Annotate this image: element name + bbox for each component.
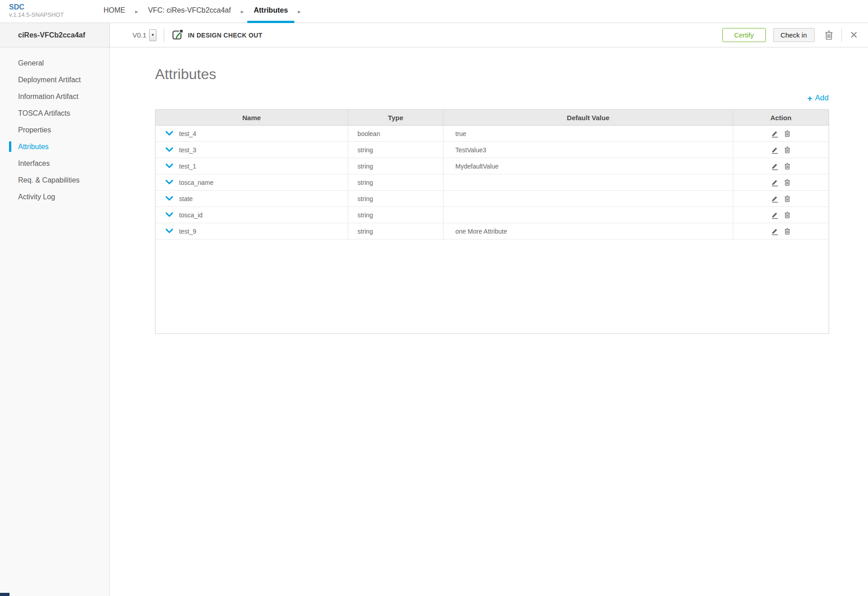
tab-home[interactable]: HOME xyxy=(97,0,132,23)
version-label: V0.1 xyxy=(132,31,146,39)
attribute-name: test_9 xyxy=(179,228,196,235)
pencil-icon xyxy=(771,130,778,138)
expand-chevron-down-icon[interactable] xyxy=(165,212,173,217)
attribute-name: state xyxy=(179,195,193,202)
delete-attribute-button[interactable] xyxy=(783,227,791,235)
sidebar-item-tosca-artifacts[interactable]: TOSCA Artifacts xyxy=(0,105,109,122)
trash-icon xyxy=(784,130,790,137)
attribute-name: test_4 xyxy=(179,130,196,137)
attribute-default-value: MydefaultValue xyxy=(443,158,733,174)
attribute-default-value: true xyxy=(443,126,733,141)
trash-icon xyxy=(825,30,833,40)
attribute-default-value: one More Attribute xyxy=(443,223,733,239)
logo-version: v.1.14.5-SNAPSHOT xyxy=(9,11,97,19)
table-header-row: Name Type Default Value Action xyxy=(156,110,829,126)
attribute-type: string xyxy=(348,207,443,223)
column-header-default-value: Default Value xyxy=(443,110,733,125)
edit-attribute-button[interactable] xyxy=(770,226,779,236)
caret-down-icon: ▼ xyxy=(151,33,155,37)
entity-toolbar: V0.1 ▼ IN DESIGN CHECK OUT Certify Check… xyxy=(110,23,868,47)
add-attribute-button[interactable]: + Add xyxy=(807,94,829,103)
column-header-name: Name xyxy=(156,110,348,125)
sidebar-item-interfaces[interactable]: Interfaces xyxy=(0,155,109,172)
close-button[interactable]: ✕ xyxy=(848,29,860,42)
edit-attribute-button[interactable] xyxy=(770,178,779,188)
column-header-action: Action xyxy=(733,110,829,125)
sdc-logo[interactable]: SDC v.1.14.5-SNAPSHOT xyxy=(0,0,97,23)
attribute-name: test_1 xyxy=(179,163,196,170)
delete-attribute-button[interactable] xyxy=(783,129,791,138)
delete-attribute-button[interactable] xyxy=(783,194,791,203)
attribute-name: tosca_id xyxy=(179,211,203,219)
expand-chevron-down-icon[interactable] xyxy=(165,147,173,152)
sidebar-item-properties[interactable]: Properties xyxy=(0,122,109,138)
pencil-icon xyxy=(771,162,778,170)
expand-chevron-down-icon[interactable] xyxy=(165,229,173,234)
breadcrumb: HOME ▸ VFC: ciRes-VFCb2cca4af ▸ Attribut… xyxy=(97,0,304,23)
delete-attribute-button[interactable] xyxy=(783,211,791,219)
delete-attribute-button[interactable] xyxy=(783,162,791,170)
edit-attribute-button[interactable] xyxy=(770,145,779,155)
attribute-default-value xyxy=(443,207,733,223)
trash-icon xyxy=(784,228,790,235)
table-row: test_1 string MydefaultValue xyxy=(156,158,829,174)
sidebar-item-attributes[interactable]: Attributes xyxy=(0,138,109,155)
version-selector[interactable]: ▼ xyxy=(149,29,156,41)
attribute-type: string xyxy=(348,223,443,239)
logo-text: SDC xyxy=(9,3,97,11)
attribute-type: boolean xyxy=(348,126,443,141)
table-body: test_4 boolean true xyxy=(156,126,829,239)
table-row: test_9 string one More Attribute xyxy=(156,223,829,239)
tab-vfc[interactable]: VFC: ciRes-VFCb2cca4af xyxy=(142,0,237,23)
expand-chevron-down-icon[interactable] xyxy=(165,164,173,169)
attribute-type: string xyxy=(348,158,443,174)
edit-attribute-button[interactable] xyxy=(770,161,779,171)
delete-version-button[interactable] xyxy=(823,28,835,42)
attributes-table: Name Type Default Value Action test_4 bo… xyxy=(155,109,829,334)
certify-button[interactable]: Certify xyxy=(722,28,766,42)
close-icon: ✕ xyxy=(850,31,858,40)
expand-chevron-down-icon[interactable] xyxy=(165,180,173,185)
pencil-icon xyxy=(771,146,778,154)
attribute-default-value xyxy=(443,174,733,190)
sidebar-item-general[interactable]: General xyxy=(0,55,109,71)
attribute-default-value: TestValue3 xyxy=(443,142,733,158)
sidebar-item-req-capabilities[interactable]: Req. & Capabilities xyxy=(0,172,109,188)
divider xyxy=(164,28,164,42)
expand-chevron-down-icon[interactable] xyxy=(165,196,173,201)
trash-icon xyxy=(784,195,790,202)
expand-chevron-down-icon[interactable] xyxy=(165,131,173,136)
divider xyxy=(841,28,842,42)
breadcrumb-arrow-icon: ▸ xyxy=(294,0,305,23)
attribute-default-value xyxy=(443,191,733,206)
attribute-name: tosca_name xyxy=(179,179,213,186)
edit-attribute-button[interactable] xyxy=(770,194,779,204)
footer-corner xyxy=(0,593,9,596)
trash-icon xyxy=(784,163,790,169)
pencil-icon xyxy=(771,195,778,203)
table-row: state string xyxy=(156,191,829,207)
edit-attribute-button[interactable] xyxy=(770,129,779,139)
table-row: test_4 boolean true xyxy=(156,126,829,142)
trash-icon xyxy=(784,179,790,186)
sidebar-item-information-artifact[interactable]: Information Artifact xyxy=(0,88,109,105)
entity-name: ciRes-VFCb2cca4af xyxy=(18,31,85,39)
checkin-button[interactable]: Check in xyxy=(773,28,815,42)
edit-attribute-button[interactable] xyxy=(770,210,779,220)
delete-attribute-button[interactable] xyxy=(783,145,791,154)
sidebar-item-activity-log[interactable]: Activity Log xyxy=(0,188,109,205)
column-header-type: Type xyxy=(348,110,443,125)
tab-attributes[interactable]: Attributes xyxy=(247,0,294,23)
left-nav: General Deployment Artifact Information … xyxy=(0,47,110,596)
pencil-icon xyxy=(771,227,778,235)
sidebar-item-deployment-artifact[interactable]: Deployment Artifact xyxy=(0,71,109,88)
table-row: tosca_name string xyxy=(156,174,829,191)
checkout-icon xyxy=(171,29,184,41)
pencil-icon xyxy=(771,211,778,219)
table-row: test_3 string TestValue3 xyxy=(156,142,829,158)
delete-attribute-button[interactable] xyxy=(783,178,791,187)
page-title: Attributes xyxy=(155,66,868,83)
breadcrumb-arrow-icon: ▸ xyxy=(237,0,248,23)
attribute-type: string xyxy=(348,142,443,158)
top-bar: SDC v.1.14.5-SNAPSHOT HOME ▸ VFC: ciRes-… xyxy=(0,0,868,23)
